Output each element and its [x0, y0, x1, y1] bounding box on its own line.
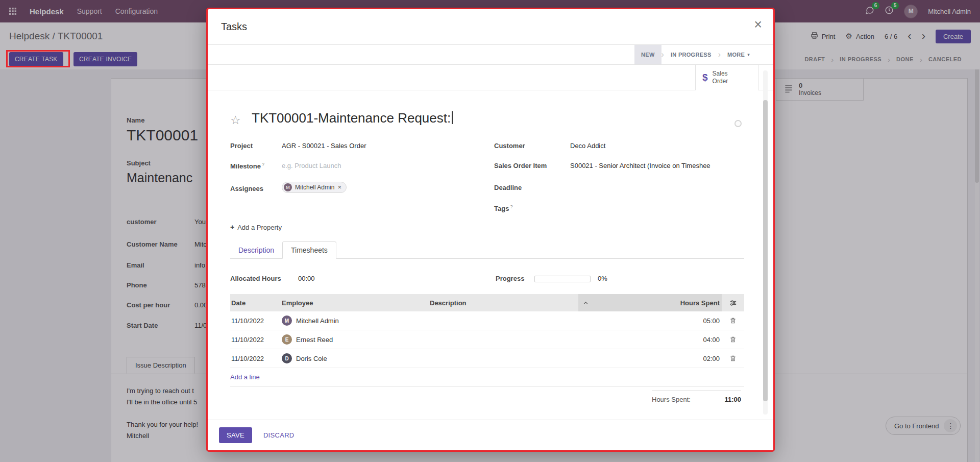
timesheet-row[interactable]: 11/10/2022 E Ernest Reed 04:00: [230, 330, 744, 349]
employee-avatar: D: [282, 353, 292, 363]
hours-spent-header-label: Hours Spent: [680, 299, 722, 307]
save-button[interactable]: SAVE: [219, 427, 252, 443]
task-statusbar: NEW › IN PROGRESS › MORE ▾: [634, 45, 756, 64]
caret-down-icon: ▾: [747, 52, 750, 57]
tags-label-text: Tags: [494, 205, 509, 212]
column-header-description[interactable]: Description: [430, 299, 578, 307]
sales-order-stat-button[interactable]: $ Sales Order: [695, 65, 758, 90]
tab-description[interactable]: Description: [230, 242, 282, 258]
modal-title: Tasks: [221, 21, 247, 33]
column-header-employee[interactable]: Employee: [282, 299, 430, 307]
cell-hours[interactable]: 02:00: [578, 355, 722, 362]
delete-row-icon[interactable]: [722, 355, 744, 362]
project-value[interactable]: AGR - S00021 - Sales Order: [282, 142, 366, 150]
more-label: MORE: [727, 52, 745, 58]
customer-field-label: Customer: [494, 142, 525, 150]
employee-name: Doris Cole: [296, 355, 327, 362]
notebook-tabs: Description Timesheets: [230, 242, 744, 259]
cell-employee[interactable]: D Doris Cole: [282, 353, 430, 363]
sales-order-item-value[interactable]: S00021 - Senior Architect (Invoice on Ti…: [570, 162, 710, 169]
task-title-input[interactable]: TKT00001-Maintenance Request:: [252, 110, 453, 126]
dollar-icon: $: [702, 72, 708, 83]
delete-row-icon[interactable]: [722, 336, 744, 343]
milestone-label: Milestone?: [230, 162, 264, 170]
hours-spent-total-label: Hours Spent:: [652, 396, 691, 403]
assignee-name: Mitchell Admin: [295, 184, 334, 191]
cell-date[interactable]: 11/10/2022: [230, 355, 282, 362]
help-icon: ?: [262, 162, 264, 167]
sort-ascending-icon: [582, 300, 589, 306]
discard-button[interactable]: DISCARD: [263, 431, 295, 439]
modal-header: Tasks ×: [208, 9, 773, 45]
allocated-hours-value[interactable]: 00:00: [298, 275, 315, 282]
hours-spent-total-value: 11:00: [724, 396, 741, 403]
help-icon: ?: [510, 204, 512, 209]
timesheet-row[interactable]: 11/10/2022 D Doris Cole 02:00: [230, 349, 744, 368]
project-label: Project: [230, 142, 253, 150]
kanban-state-icon[interactable]: [734, 120, 742, 127]
add-property-label: Add a Property: [237, 224, 282, 231]
add-property-button[interactable]: + Add a Property: [230, 223, 282, 231]
column-header-hours[interactable]: Hours Spent: [578, 294, 722, 311]
modal-footer: SAVE DISCARD: [208, 420, 773, 450]
timesheet-table: Date Employee Description Hours Spent 11…: [230, 294, 744, 386]
cell-employee[interactable]: E Ernest Reed: [282, 334, 430, 345]
employee-avatar: E: [282, 334, 292, 345]
favorite-star-icon[interactable]: ☆: [230, 113, 241, 127]
milestone-input[interactable]: e.g. Product Launch: [282, 162, 341, 169]
milestone-label-text: Milestone: [230, 162, 261, 170]
close-icon[interactable]: ×: [754, 17, 762, 32]
task-statusbar-row: NEW › IN PROGRESS › MORE ▾: [208, 45, 773, 65]
cell-date[interactable]: 11/10/2022: [230, 317, 282, 325]
remove-tag-icon[interactable]: ×: [337, 184, 341, 190]
assignee-tag[interactable]: M Mitchell Admin ×: [282, 182, 347, 193]
add-line-row: Add a line: [230, 368, 744, 386]
task-status-new[interactable]: NEW: [634, 45, 662, 64]
text-cursor: [452, 111, 453, 124]
cell-date[interactable]: 11/10/2022: [230, 336, 282, 344]
tab-timesheets[interactable]: Timesheets: [282, 241, 336, 259]
employee-name: Mitchell Admin: [296, 317, 339, 325]
task-status-in-progress[interactable]: IN PROGRESS: [664, 45, 718, 64]
progress-value: 0%: [598, 275, 607, 282]
tasks-modal: Tasks × NEW › IN PROGRESS › MORE ▾ $ Sal…: [208, 9, 773, 450]
assignees-label: Assignees: [230, 185, 263, 192]
sales-order-item-label: Sales Order Item: [494, 162, 547, 169]
customer-field-value[interactable]: Deco Addict: [570, 142, 605, 150]
optional-columns-icon[interactable]: [722, 299, 744, 307]
employee-avatar: M: [282, 315, 292, 326]
hours-spent-total: Hours Spent: 11:00: [652, 391, 741, 403]
cell-hours[interactable]: 05:00: [578, 317, 722, 325]
task-title-text: TKT00001-Maintenance Request:: [252, 110, 451, 126]
progress-label: Progress: [496, 275, 524, 282]
delete-row-icon[interactable]: [722, 317, 744, 324]
plus-icon: +: [230, 223, 234, 231]
employee-name: Ernest Reed: [296, 336, 333, 344]
progress-bar: [534, 276, 591, 282]
cell-employee[interactable]: M Mitchell Admin: [282, 315, 430, 326]
sales-order-label: Sales Order: [713, 70, 734, 85]
column-header-date[interactable]: Date: [230, 299, 282, 307]
screen: Helpdesk Support Configuration 6 5 M Mit…: [0, 0, 980, 462]
cell-hours[interactable]: 04:00: [578, 336, 722, 344]
button-box-row: $ Sales Order: [208, 65, 773, 90]
deadline-label: Deadline: [494, 184, 522, 191]
modal-scrollbar[interactable]: [763, 70, 768, 415]
assignee-avatar: M: [284, 183, 292, 191]
modal-scrollbar-thumb[interactable]: [763, 100, 768, 401]
tags-label: Tags?: [494, 204, 512, 212]
timesheet-row[interactable]: 11/10/2022 M Mitchell Admin 05:00: [230, 311, 744, 330]
allocated-hours-label: Allocated Hours: [230, 275, 281, 282]
add-a-line-link[interactable]: Add a line: [230, 373, 260, 381]
task-status-more[interactable]: MORE ▾: [721, 45, 756, 64]
timesheet-table-header: Date Employee Description Hours Spent: [230, 294, 744, 311]
